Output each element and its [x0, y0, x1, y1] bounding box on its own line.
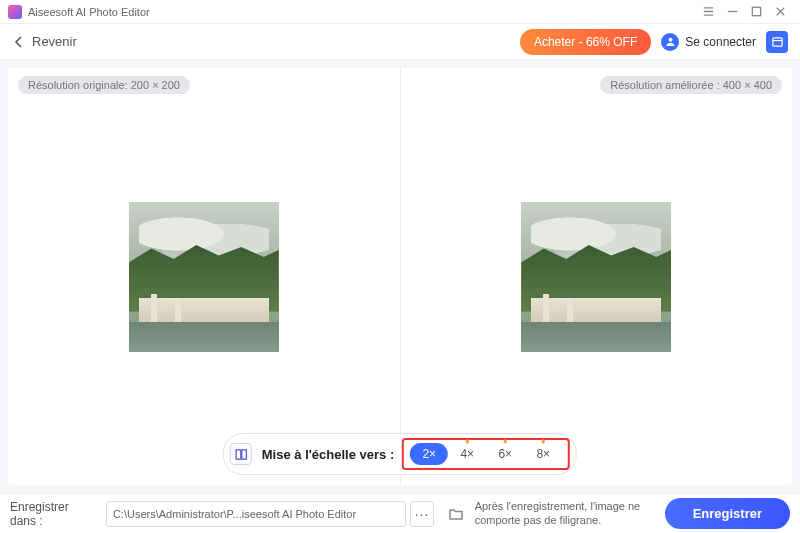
enhanced-pane: [401, 68, 793, 485]
minimize-button[interactable]: [720, 3, 744, 21]
watermark-note: Après l'enregistrement, l'image ne compo…: [475, 500, 665, 526]
svg-point-1: [668, 38, 672, 42]
svg-rect-4: [241, 449, 246, 458]
enhanced-image: [521, 202, 671, 352]
workspace: Résolution originale: 200 × 200 Résoluti…: [8, 68, 792, 485]
svg-rect-2: [772, 38, 781, 46]
toolbar: Revenir Acheter - 66% OFF Se connecter: [0, 24, 800, 60]
app-logo-icon: [8, 5, 22, 19]
titlebar: Aiseesoft AI Photo Editor: [0, 0, 800, 24]
user-icon: [661, 33, 679, 51]
maximize-button[interactable]: [744, 3, 768, 21]
scale-option-4x[interactable]: ♦4×: [448, 443, 486, 465]
buy-button[interactable]: Acheter - 66% OFF: [520, 29, 651, 55]
back-label: Revenir: [32, 34, 77, 49]
svg-rect-3: [236, 449, 241, 458]
original-pane: [8, 68, 401, 485]
login-button[interactable]: Se connecter: [661, 33, 756, 51]
scale-option-8x[interactable]: ♦8×: [524, 443, 562, 465]
buy-label: Acheter - 66% OFF: [534, 35, 637, 49]
scale-option-6x[interactable]: ♦6×: [486, 443, 524, 465]
premium-icon: ♦: [541, 436, 546, 446]
original-image: [129, 202, 279, 352]
premium-icon: ♦: [503, 436, 508, 446]
menu-button[interactable]: [696, 3, 720, 21]
app-title: Aiseesoft AI Photo Editor: [28, 6, 150, 18]
premium-icon: ♦: [465, 436, 470, 446]
enhanced-resolution-badge: Résolution améliorée : 400 × 400: [600, 76, 782, 94]
back-button[interactable]: Revenir: [12, 34, 77, 49]
svg-rect-0: [752, 7, 760, 15]
close-button[interactable]: [768, 3, 792, 21]
compare-toggle-icon[interactable]: [230, 443, 252, 465]
browse-path-button[interactable]: ···: [410, 501, 434, 527]
scale-option-2x[interactable]: 2×: [410, 443, 448, 465]
scale-bar: Mise à l'échelle vers : 2× ♦4× ♦6× ♦8×: [223, 433, 577, 475]
open-folder-icon[interactable]: [446, 503, 466, 525]
schedule-button[interactable]: [766, 31, 788, 53]
save-button[interactable]: Enregistrer: [665, 498, 790, 529]
scale-label: Mise à l'échelle vers :: [262, 447, 394, 462]
save-in-label: Enregistrer dans :: [10, 500, 98, 528]
footer: Enregistrer dans : C:\Users\Administrato…: [0, 493, 800, 533]
original-resolution-badge: Résolution originale: 200 × 200: [18, 76, 190, 94]
save-path-field[interactable]: C:\Users\Administrator\P...iseesoft AI P…: [106, 501, 406, 527]
chevron-left-icon: [12, 35, 26, 49]
scale-options: 2× ♦4× ♦6× ♦8×: [402, 438, 570, 470]
login-label: Se connecter: [685, 35, 756, 49]
